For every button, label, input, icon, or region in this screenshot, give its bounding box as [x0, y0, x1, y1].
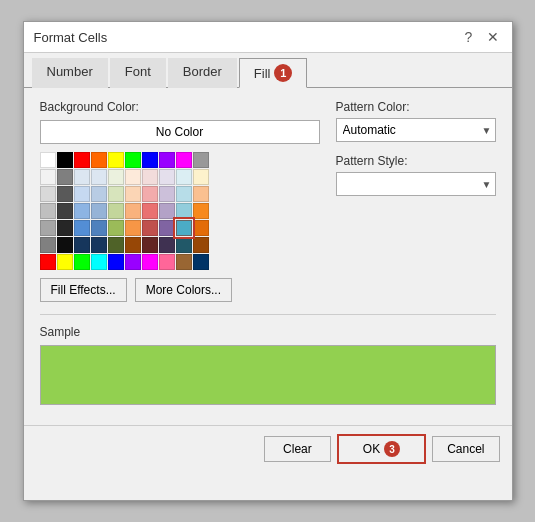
- color-cell[interactable]: [193, 220, 209, 236]
- color-row: [40, 152, 320, 168]
- color-cell[interactable]: [159, 254, 175, 270]
- color-cell[interactable]: [108, 186, 124, 202]
- color-cell[interactable]: [108, 152, 124, 168]
- color-cell[interactable]: [176, 254, 192, 270]
- ok-badge: 3: [384, 441, 400, 457]
- color-cell[interactable]: [74, 152, 90, 168]
- color-cell[interactable]: [91, 203, 107, 219]
- color-cell[interactable]: [74, 203, 90, 219]
- tab-number[interactable]: Number: [32, 58, 108, 88]
- color-cell[interactable]: [74, 237, 90, 253]
- tab-font[interactable]: Font: [110, 58, 166, 88]
- tab-fill-label: Fill: [254, 66, 271, 81]
- color-row: [40, 237, 320, 253]
- color-cell[interactable]: [108, 203, 124, 219]
- format-cells-dialog: Format Cells ? ✕ Number Font Border Fill…: [23, 21, 513, 501]
- color-cell[interactable]: [159, 152, 175, 168]
- color-cell[interactable]: [40, 169, 56, 185]
- color-cell[interactable]: [40, 186, 56, 202]
- color-cell[interactable]: [74, 186, 90, 202]
- color-row: [40, 220, 320, 236]
- color-cell[interactable]: [142, 169, 158, 185]
- color-cell[interactable]: [142, 254, 158, 270]
- sample-label: Sample: [40, 325, 496, 339]
- color-cell[interactable]: [176, 152, 192, 168]
- color-cell[interactable]: [142, 152, 158, 168]
- bottom-bar: Clear OK 3 Cancel: [24, 425, 512, 472]
- no-color-button[interactable]: No Color: [40, 120, 320, 144]
- color-cell[interactable]: [74, 220, 90, 236]
- color-cell[interactable]: [57, 152, 73, 168]
- color-cell[interactable]: [142, 203, 158, 219]
- color-cell[interactable]: [176, 186, 192, 202]
- color-cell[interactable]: [74, 254, 90, 270]
- color-cell[interactable]: [125, 254, 141, 270]
- color-cell[interactable]: [40, 152, 56, 168]
- color-cell[interactable]: [125, 203, 141, 219]
- color-cell[interactable]: [91, 169, 107, 185]
- pattern-style-select[interactable]: [336, 172, 496, 196]
- color-cell[interactable]: [176, 237, 192, 253]
- pattern-style-label: Pattern Style:: [336, 154, 496, 168]
- color-cell[interactable]: [159, 220, 175, 236]
- color-cell[interactable]: [125, 169, 141, 185]
- fill-badge: 1: [274, 64, 292, 82]
- fill-effects-button[interactable]: Fill Effects...: [40, 278, 127, 302]
- color-cell[interactable]: [91, 237, 107, 253]
- color-cell[interactable]: [193, 254, 209, 270]
- color-cell[interactable]: [176, 169, 192, 185]
- color-cell[interactable]: [108, 254, 124, 270]
- color-cell[interactable]: [108, 169, 124, 185]
- dialog-title: Format Cells: [34, 30, 108, 45]
- color-cell[interactable]: [57, 254, 73, 270]
- tab-border[interactable]: Border: [168, 58, 237, 88]
- color-cell[interactable]: [57, 169, 73, 185]
- color-cell[interactable]: [40, 237, 56, 253]
- color-row: [40, 203, 320, 219]
- color-cell[interactable]: [142, 186, 158, 202]
- cancel-button[interactable]: Cancel: [432, 436, 499, 462]
- color-cell[interactable]: [125, 220, 141, 236]
- color-cell[interactable]: [40, 203, 56, 219]
- color-cell[interactable]: [57, 186, 73, 202]
- color-cell[interactable]: [125, 186, 141, 202]
- color-cell[interactable]: [193, 203, 209, 219]
- color-cell[interactable]: [176, 220, 192, 236]
- color-cell[interactable]: [40, 220, 56, 236]
- color-cell[interactable]: [108, 220, 124, 236]
- close-button[interactable]: ✕: [484, 28, 502, 46]
- color-cell[interactable]: [57, 203, 73, 219]
- color-cell[interactable]: [159, 203, 175, 219]
- color-cell[interactable]: [193, 186, 209, 202]
- color-cell[interactable]: [193, 152, 209, 168]
- color-cell[interactable]: [57, 220, 73, 236]
- color-cell[interactable]: [159, 169, 175, 185]
- help-button[interactable]: ?: [460, 28, 478, 46]
- pattern-color-label: Pattern Color:: [336, 100, 496, 114]
- color-row: [40, 254, 320, 270]
- color-cell[interactable]: [91, 152, 107, 168]
- color-cell[interactable]: [91, 254, 107, 270]
- more-colors-button[interactable]: More Colors...: [135, 278, 232, 302]
- color-cell[interactable]: [108, 237, 124, 253]
- ok-button[interactable]: OK 3: [337, 434, 426, 464]
- color-cell[interactable]: [193, 237, 209, 253]
- color-cell[interactable]: [176, 203, 192, 219]
- color-cell[interactable]: [142, 237, 158, 253]
- color-cell[interactable]: [91, 220, 107, 236]
- pattern-color-select[interactable]: Automatic: [336, 118, 496, 142]
- title-bar: Format Cells ? ✕: [24, 22, 512, 53]
- color-cell[interactable]: [159, 186, 175, 202]
- color-cell[interactable]: [40, 254, 56, 270]
- clear-button[interactable]: Clear: [264, 436, 331, 462]
- color-cell[interactable]: [125, 237, 141, 253]
- tab-fill[interactable]: Fill 1: [239, 58, 308, 88]
- color-cell[interactable]: [142, 220, 158, 236]
- color-cell[interactable]: [193, 169, 209, 185]
- color-cell[interactable]: [74, 169, 90, 185]
- color-cell[interactable]: [91, 186, 107, 202]
- color-cell[interactable]: [159, 237, 175, 253]
- color-cell[interactable]: [125, 152, 141, 168]
- color-row: [40, 169, 320, 185]
- color-cell[interactable]: [57, 237, 73, 253]
